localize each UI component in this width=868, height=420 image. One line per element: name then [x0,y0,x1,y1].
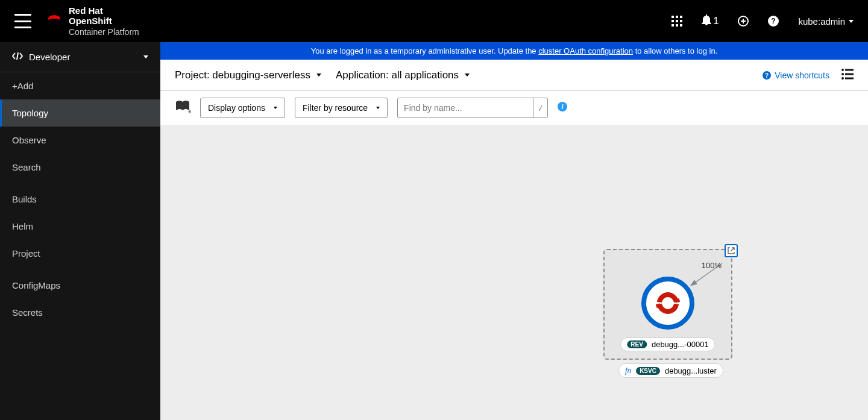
main: You are logged in as a temporary adminis… [160,42,868,420]
nav-item-configmaps[interactable]: ConfigMaps [0,272,160,299]
project-selector[interactable]: Project: debugging-serverless [175,69,321,81]
shortcuts-label: View shortcuts [775,71,829,80]
caret-down-icon [274,107,277,109]
svg-rect-18 [845,73,854,75]
toolbar-filters: + Display options Filter by resource / i [160,91,868,125]
notif-count: 1 [714,16,719,27]
caret-down-icon [376,107,380,109]
import-button[interactable] [738,16,749,27]
nav-item-topology[interactable]: Topology [0,99,160,127]
perspective-label: Developer [29,52,70,62]
masthead: Red Hat OpenShift Container Platform 1 ?… [0,0,868,42]
svg-point-15 [841,69,844,71]
notifications-button[interactable]: 1 [702,14,719,28]
svg-point-17 [841,73,844,75]
nav-item-add[interactable]: +Add [0,72,160,99]
user-menu[interactable]: kube:admin [798,16,854,27]
nav-item-helm[interactable]: Helm [0,213,160,240]
svg-text:+: + [188,108,190,114]
brand[interactable]: Red Hat OpenShift Container Platform [46,5,139,37]
project-prefix: Project: [175,69,212,81]
app-launcher-icon[interactable] [671,16,682,27]
redhat-icon [46,13,63,29]
svg-rect-1 [671,16,674,18]
svg-rect-9 [680,24,682,27]
search-box: / [397,98,548,118]
list-view-toggle[interactable] [841,69,854,82]
caret-down-icon [465,74,470,77]
ksvc-name: debugg...luster [665,366,717,375]
caret-down-icon [316,74,321,77]
open-url-button[interactable] [725,244,738,257]
ksvc-label[interactable]: fn KSVC debugg...luster [618,363,723,378]
svg-rect-5 [676,20,678,22]
search-key-hint: / [533,98,547,118]
svg-point-0 [47,19,61,25]
sidebar: Developer +Add Topology Observe Search B… [0,42,160,420]
nav-item-builds[interactable]: Builds [0,186,160,213]
info-icon[interactable]: i [558,102,567,114]
caret-down-icon [143,55,148,58]
svg-rect-7 [671,24,674,27]
view-shortcuts-link[interactable]: ? View shortcuts [763,71,829,80]
search-input[interactable] [398,103,533,113]
fn-icon: fn [625,366,631,375]
nav-item-project[interactable]: Project [0,240,160,267]
nav-toggle-icon[interactable] [14,14,31,28]
bell-icon [702,14,711,28]
app-value: all applications [392,69,459,81]
code-icon [12,52,23,62]
display-options-dropdown[interactable]: Display options [200,98,285,118]
svg-rect-20 [845,77,854,79]
user-name: kube:admin [798,16,845,27]
temp-admin-banner: You are logged in as a temporary adminis… [160,42,868,60]
svg-rect-3 [680,16,682,18]
rev-badge: REV [627,340,647,348]
banner-pre: You are logged in as a temporary adminis… [311,46,538,55]
nav-item-search[interactable]: Search [0,154,160,181]
brand-line3: Container Platform [69,27,139,37]
pod-ring[interactable] [641,276,695,330]
svg-rect-16 [845,69,854,71]
svg-text:?: ? [772,17,776,25]
svg-point-28 [651,286,685,320]
display-label: Display options [208,103,265,113]
brand-line1: Red Hat [69,5,103,16]
svg-rect-8 [676,24,678,27]
svg-point-19 [841,77,844,80]
catalog-icon[interactable]: + [175,99,190,116]
application-selector[interactable]: Application: all applications [336,69,470,81]
help-button[interactable]: ? [768,16,779,27]
app-prefix: Application: [336,69,392,81]
traffic-label: 100% [702,261,722,270]
banner-post: to allow others to log in. [633,46,717,55]
filter-resource-dropdown[interactable]: Filter by resource [295,98,388,118]
service-group[interactable]: 100% REV [603,249,732,360]
ksvc-badge: KSVC [636,367,660,375]
svg-rect-4 [671,20,674,22]
svg-rect-6 [680,20,682,22]
rev-name: debugg...-00001 [652,340,709,349]
filter-label: Filter by resource [303,103,368,113]
toolbar-context: Project: debugging-serverless Applicatio… [160,60,868,91]
svg-rect-2 [676,16,678,18]
perspective-switcher[interactable]: Developer [0,42,160,72]
nav-item-secrets[interactable]: Secrets [0,299,160,326]
caret-down-icon [849,20,854,23]
banner-link[interactable]: cluster OAuth configuration [538,46,633,55]
brand-line2: OpenShift [69,16,112,26]
topology-canvas[interactable]: 100% REV [160,125,868,420]
svg-text:?: ? [765,72,769,79]
project-value: debugging-serverless [212,69,310,81]
nav-item-observe[interactable]: Observe [0,127,160,154]
revision-label[interactable]: REV debugg...-00001 [620,337,715,351]
